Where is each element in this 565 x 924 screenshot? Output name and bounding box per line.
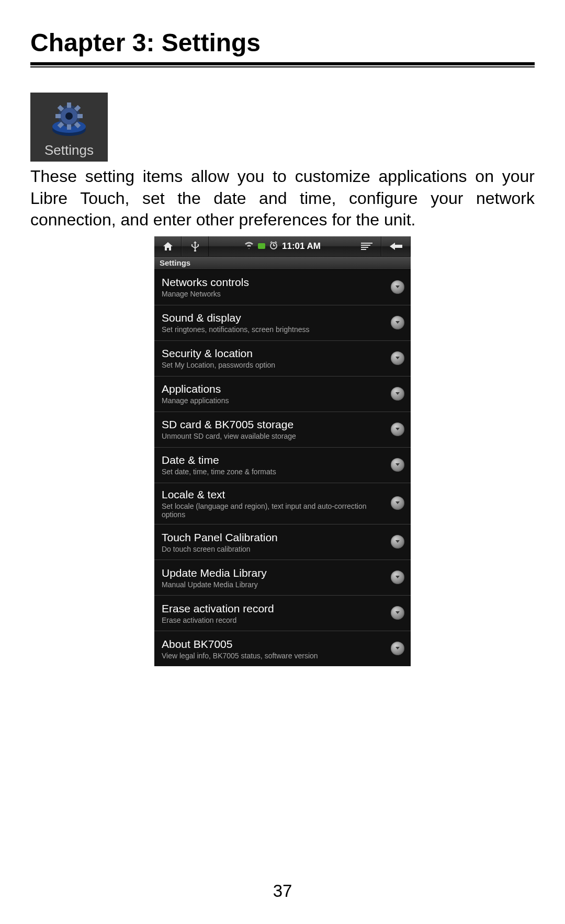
settings-row-text: Touch Panel CalibrationDo touch screen c… <box>162 531 386 553</box>
settings-row-subtitle: Do touch screen calibration <box>162 545 386 553</box>
settings-row-text: Update Media LibraryManual Update Media … <box>162 566 386 589</box>
intro-paragraph: These setting items allow you to customi… <box>30 166 535 231</box>
settings-row[interactable]: Touch Panel CalibrationDo touch screen c… <box>154 524 411 560</box>
svg-rect-4 <box>67 124 71 130</box>
settings-row-title: Touch Panel Calibration <box>162 531 386 544</box>
settings-row-subtitle: Manage applications <box>162 396 386 405</box>
settings-row-title: Update Media Library <box>162 566 386 579</box>
settings-header: Settings <box>154 257 411 270</box>
status-time: 11:01 AM <box>282 241 321 252</box>
settings-row-subtitle: Set ringtones, notifications, screen bri… <box>162 325 386 334</box>
wifi-icon <box>244 242 254 251</box>
settings-row-title: Locale & text <box>162 488 386 501</box>
settings-row-title: Networks controls <box>162 276 386 289</box>
settings-row-title: Security & location <box>162 347 386 360</box>
chevron-down-icon <box>391 606 404 620</box>
chevron-down-icon <box>391 496 404 510</box>
svg-rect-6 <box>77 114 83 118</box>
settings-row-title: Date & time <box>162 453 386 466</box>
settings-row-subtitle: View legal info, BK7005 status, software… <box>162 652 386 660</box>
svg-rect-3 <box>67 102 71 108</box>
settings-row-text: Erase activation recordErase activation … <box>162 602 386 624</box>
settings-row-text: About BK7005View legal info, BK7005 stat… <box>162 637 386 660</box>
settings-row[interactable]: Sound & displaySet ringtones, notificati… <box>154 305 411 341</box>
settings-row[interactable]: SD card & BK7005 storageUnmount SD card,… <box>154 412 411 448</box>
settings-list: Networks controlsManage NetworksSound & … <box>154 270 411 666</box>
settings-row-text: Networks controlsManage Networks <box>162 276 386 298</box>
settings-app-label: Settings <box>44 142 94 158</box>
chevron-down-icon <box>391 535 404 549</box>
settings-row[interactable]: About BK7005View legal info, BK7005 stat… <box>154 631 411 666</box>
settings-row-title: Sound & display <box>162 311 386 324</box>
settings-row-text: Security & locationSet My Location, pass… <box>162 347 386 369</box>
divider-thick <box>30 62 535 65</box>
settings-row-title: About BK7005 <box>162 637 386 651</box>
chevron-down-icon <box>391 571 404 584</box>
page-number: 37 <box>0 881 565 901</box>
svg-rect-14 <box>361 243 372 244</box>
settings-row-subtitle: Erase activation record <box>162 616 386 624</box>
chevron-down-icon <box>391 280 404 294</box>
svg-rect-17 <box>361 249 366 250</box>
menu-icon[interactable] <box>352 236 381 256</box>
back-icon[interactable] <box>381 236 411 256</box>
settings-row-title: Applications <box>162 382 386 395</box>
settings-row-text: SD card & BK7005 storageUnmount SD card,… <box>162 418 386 440</box>
chevron-down-icon <box>391 316 404 329</box>
svg-rect-5 <box>55 114 61 118</box>
settings-row-title: SD card & BK7005 storage <box>162 418 386 431</box>
chevron-down-icon <box>391 458 404 472</box>
settings-row-title: Erase activation record <box>162 602 386 615</box>
settings-row[interactable]: Security & locationSet My Location, pass… <box>154 341 411 377</box>
chevron-down-icon <box>391 642 404 655</box>
status-center: 11:01 AM <box>244 241 321 252</box>
settings-row-text: ApplicationsManage applications <box>162 382 386 405</box>
device-screenshot: 11:01 AM Settings Networks controlsManag… <box>154 236 411 666</box>
settings-row-subtitle: Set locale (language and region), text i… <box>162 502 386 519</box>
settings-row-text: Locale & textSet locale (language and re… <box>162 488 386 519</box>
home-icon[interactable] <box>154 236 182 256</box>
settings-row[interactable]: Locale & textSet locale (language and re… <box>154 483 411 524</box>
settings-row-text: Sound & displaySet ringtones, notificati… <box>162 311 386 334</box>
divider-thin <box>30 66 535 67</box>
svg-point-12 <box>65 112 73 120</box>
settings-row[interactable]: Date & timeSet date, time, time zone & f… <box>154 448 411 483</box>
chevron-down-icon <box>391 351 404 365</box>
alarm-icon <box>269 241 278 252</box>
settings-row-subtitle: Manual Update Media Library <box>162 580 386 589</box>
battery-icon <box>258 243 265 249</box>
settings-row[interactable]: Erase activation recordErase activation … <box>154 596 411 631</box>
settings-row[interactable]: Update Media LibraryManual Update Media … <box>154 560 411 596</box>
settings-row-subtitle: Set My Location, passwords option <box>162 361 386 369</box>
usb-icon <box>182 236 209 256</box>
svg-rect-15 <box>361 245 370 246</box>
manual-page: Chapter 3: Settings <box>0 0 565 924</box>
svg-rect-16 <box>361 247 368 248</box>
settings-row-subtitle: Set date, time, time zone & formats <box>162 467 386 476</box>
chevron-down-icon <box>391 423 404 436</box>
settings-row-subtitle: Unmount SD card, view available storage <box>162 432 386 440</box>
status-bar: 11:01 AM <box>154 236 411 257</box>
settings-row-subtitle: Manage Networks <box>162 290 386 298</box>
chapter-title: Chapter 3: Settings <box>30 28 535 57</box>
settings-row[interactable]: Networks controlsManage Networks <box>154 270 411 305</box>
settings-row[interactable]: ApplicationsManage applications <box>154 377 411 412</box>
settings-row-text: Date & timeSet date, time, time zone & f… <box>162 453 386 476</box>
chevron-down-icon <box>391 387 404 401</box>
settings-gear-icon <box>49 100 89 138</box>
settings-app-icon-block: Settings <box>30 93 108 162</box>
